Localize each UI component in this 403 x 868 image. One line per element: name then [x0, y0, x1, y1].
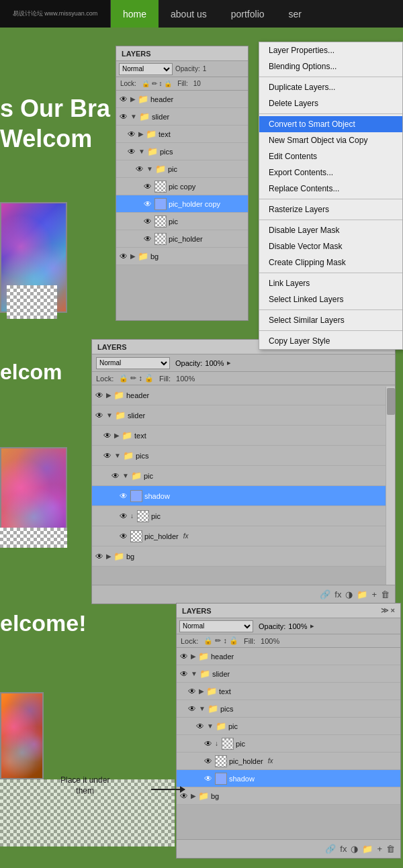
- ctx-replace-contents[interactable]: Replace Contents...: [259, 181, 402, 197]
- eye-icon[interactable]: 👁: [204, 739, 213, 749]
- eye-icon[interactable]: 👁: [135, 164, 144, 174]
- layer-row[interactable]: 👁 ▼ 📁 pics: [116, 143, 248, 160]
- ctx-select-linked-layers[interactable]: Select Linked Layers: [259, 291, 402, 307]
- layer-row[interactable]: 👁 ▼ 📁 pic: [177, 718, 400, 735]
- ctx-edit-contents[interactable]: Edit Contents: [259, 148, 402, 164]
- blend-mode-select-2[interactable]: Normal: [96, 357, 170, 369]
- layer-row[interactable]: 👁 pic_holder: [116, 230, 248, 248]
- layer-thumb: [130, 490, 142, 502]
- layer-row[interactable]: 👁 ▶ 📁 header: [116, 91, 248, 108]
- eye-icon[interactable]: 👁: [95, 411, 104, 420]
- ctx-separator: [259, 199, 402, 199]
- eye-icon[interactable]: 👁: [95, 552, 104, 561]
- trash-icon[interactable]: 🗑: [386, 844, 395, 854]
- eye-icon[interactable]: 👁: [127, 147, 136, 156]
- adjustment-icon[interactable]: ◑: [345, 589, 353, 599]
- eye-icon[interactable]: 👁: [195, 722, 205, 731]
- blend-mode-select-1[interactable]: Normal: [119, 63, 173, 75]
- layer-row[interactable]: 👁 ▶ 📁 bg: [177, 787, 400, 805]
- add-icon[interactable]: +: [377, 844, 382, 854]
- eye-icon[interactable]: 👁: [179, 652, 189, 661]
- ctx-duplicate-layers[interactable]: Duplicate Layers...: [259, 79, 402, 95]
- eye-icon[interactable]: 👁: [119, 491, 128, 501]
- fx-icon[interactable]: fx: [334, 589, 341, 599]
- ctx-layer-properties[interactable]: Layer Properties...: [259, 42, 402, 58]
- layer-thumb: [154, 215, 167, 228]
- eye-icon[interactable]: 👁: [119, 512, 128, 521]
- ctx-export-contents[interactable]: Export Contents...: [259, 164, 402, 181]
- layer-row[interactable]: 👁 ▶ 📁 text: [92, 426, 395, 446]
- panel-bottom-icons-2: 🔗 fx ◑ 📁 + 🗑: [92, 585, 395, 604]
- scrollbar-2[interactable]: [386, 387, 395, 588]
- layer-row[interactable]: 👁 ▼ 📁 slider: [116, 108, 248, 126]
- folder-icon[interactable]: 📁: [362, 844, 373, 854]
- eye-icon[interactable]: 👁: [119, 95, 128, 104]
- eye-icon[interactable]: 👁: [95, 391, 104, 400]
- trash-icon[interactable]: 🗑: [381, 589, 390, 599]
- layer-row[interactable]: 👁 ▼ 📁 pic: [116, 160, 248, 178]
- layer-row-selected[interactable]: 👁 shadow: [177, 770, 400, 787]
- eye-icon[interactable]: 👁: [143, 182, 152, 191]
- eye-icon[interactable]: 👁: [127, 130, 136, 139]
- link-icon[interactable]: 🔗: [320, 589, 330, 599]
- add-icon[interactable]: +: [371, 589, 377, 599]
- blend-mode-select-3[interactable]: Normal: [179, 620, 253, 632]
- ctx-disable-vector-mask[interactable]: Disable Vector Mask: [259, 238, 402, 254]
- layer-row[interactable]: 👁 ▼ 📁 pics: [92, 446, 395, 466]
- nav-home[interactable]: home: [111, 0, 159, 28]
- ctx-create-clipping-mask[interactable]: Create Clipping Mask: [259, 254, 402, 271]
- ctx-copy-layer-style[interactable]: Copy Layer Style: [259, 333, 402, 349]
- layer-row[interactable]: 👁 ▼ 📁 slider: [177, 665, 400, 683]
- layer-row[interactable]: 👁 ▼ 📁 pic: [92, 466, 395, 486]
- link-icon[interactable]: 🔗: [325, 844, 336, 854]
- eye-icon[interactable]: 👁: [204, 757, 213, 766]
- layer-row[interactable]: 👁 ▶ 📁 bg: [92, 546, 395, 567]
- folder-icon[interactable]: 📁: [357, 589, 367, 599]
- layer-row[interactable]: 👁 pic copy: [116, 178, 248, 195]
- ctx-blending-options[interactable]: Blending Options...: [259, 58, 402, 75]
- layer-row[interactable]: 👁 ▶ 📁 header: [177, 648, 400, 665]
- layer-row[interactable]: 👁 ↓ pic: [92, 506, 395, 526]
- place-label: Place it underthem: [60, 775, 109, 796]
- ctx-rasterize-layers[interactable]: Rasterize Layers: [259, 201, 402, 218]
- eye-icon[interactable]: 👁: [111, 471, 120, 481]
- eye-icon[interactable]: 👁: [187, 687, 197, 696]
- layer-row-selected[interactable]: 👁 shadow: [92, 486, 395, 506]
- layer-row[interactable]: 👁 ▶ 📁 text: [116, 126, 248, 143]
- eye-icon[interactable]: 👁: [143, 217, 152, 226]
- ctx-convert-smart-object[interactable]: Convert to Smart Object: [259, 116, 402, 132]
- ctx-link-layers[interactable]: Link Layers: [259, 275, 402, 291]
- layer-row[interactable]: 👁 ▶ 📁 text: [177, 683, 400, 700]
- eye-icon[interactable]: 👁: [204, 774, 213, 783]
- layer-row[interactable]: 👁 ▶ 📁 header: [92, 385, 395, 405]
- hero-text-4: elcome!: [0, 610, 87, 636]
- fx-icon[interactable]: fx: [340, 844, 347, 854]
- layer-row[interactable]: 👁 pic_holder fx: [177, 753, 400, 770]
- nav-portfolio[interactable]: portfolio: [219, 0, 277, 28]
- nav-about[interactable]: about us: [159, 0, 219, 28]
- eye-icon[interactable]: 👁: [143, 234, 152, 244]
- layer-row[interactable]: 👁 ▼ 📁 pics: [177, 700, 400, 718]
- nav-ser[interactable]: ser: [277, 0, 314, 28]
- ctx-delete-layers[interactable]: Delete Layers: [259, 95, 402, 111]
- layer-row[interactable]: 👁 pic: [116, 213, 248, 230]
- eye-icon[interactable]: 👁: [103, 451, 112, 461]
- scrollbar-thumb-2[interactable]: [387, 388, 395, 415]
- ctx-new-smart-object[interactable]: New Smart Object via Copy: [259, 132, 402, 148]
- eye-icon[interactable]: 👁: [119, 252, 128, 261]
- layer-row[interactable]: 👁 pic_holder fx: [92, 526, 395, 546]
- layer-row[interactable]: 👁 ▶ 📁 bg: [116, 248, 248, 265]
- layer-row-selected[interactable]: 👁 pic_holder copy: [116, 195, 248, 213]
- eye-icon[interactable]: 👁: [103, 431, 112, 440]
- eye-icon[interactable]: 👁: [187, 704, 197, 714]
- layer-row[interactable]: 👁 ↓ pic: [177, 735, 400, 753]
- adjustment-icon[interactable]: ◑: [351, 844, 358, 854]
- layer-row[interactable]: 👁 ▼ 📁 slider: [92, 405, 395, 426]
- eye-icon[interactable]: 👁: [143, 199, 152, 209]
- ctx-select-similar-layers[interactable]: Select Similar Layers: [259, 312, 402, 328]
- eye-icon[interactable]: 👁: [119, 112, 128, 122]
- ctx-disable-layer-mask[interactable]: Disable Layer Mask: [259, 222, 402, 238]
- eye-icon[interactable]: 👁: [119, 532, 128, 541]
- navbar-logo: 易设计论坛 www.missyuan.com: [0, 0, 111, 28]
- eye-icon[interactable]: 👁: [179, 669, 189, 679]
